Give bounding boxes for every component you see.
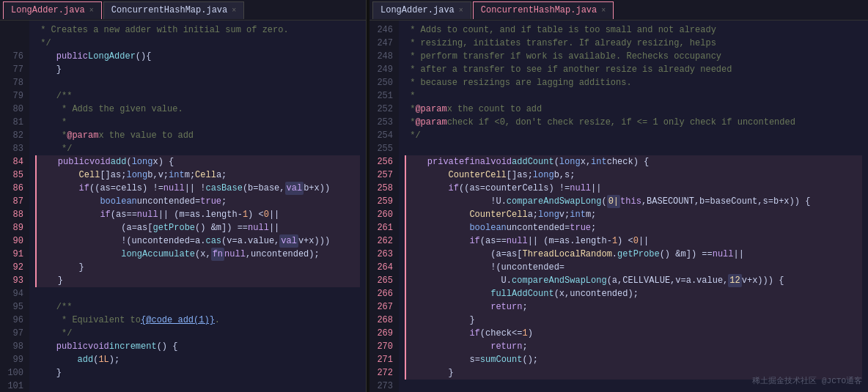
- tab-label: ConcurrentHashMap.java: [481, 5, 597, 15]
- code-line: s = sumCount();: [405, 353, 862, 366]
- code-line: }: [35, 261, 360, 274]
- code-line: (a = as[ThreadLocalRandom.getProbe() & m…: [405, 248, 862, 261]
- code-line: if (check <= 1): [405, 327, 862, 340]
- code-line: fullAddCount(x, uncontended);: [405, 287, 862, 300]
- code-line: (a = as[getProbe() & m]) == null ||: [35, 221, 360, 234]
- close-icon[interactable]: ×: [459, 7, 463, 15]
- code-line: * because resizings are lagging addition…: [405, 76, 862, 89]
- right-code-content: * Adds to count, and if table is too sma…: [399, 21, 868, 392]
- code-line: * Adds to count, and if table is too sma…: [405, 23, 862, 37]
- left-line-numbers: 76 77 78 79 80 81 82 83 84 85 86 87 88 8…: [0, 21, 29, 392]
- tab-label: LongAdder.java: [380, 5, 455, 15]
- code-line: */: [35, 37, 360, 50]
- tab-longadder-right[interactable]: LongAdder.java ×: [372, 1, 471, 19]
- tab-concurrenthashmap-right[interactable]: ConcurrentHashMap.java ×: [473, 1, 614, 19]
- watermark: 稀土掘金技术社区 @JCTO通客: [752, 375, 862, 386]
- code-line: return;: [405, 340, 862, 353]
- right-code-area: 246 247 248 249 250 251 252 253 254 255 …: [369, 21, 868, 392]
- code-line: [405, 142, 862, 155]
- code-line: longAccumulate(x, fn null, uncontended);: [35, 248, 360, 261]
- code-line: Cell[] as; long b, v; int m; Cell a;: [35, 169, 360, 182]
- code-line: CounterCell[] as; long b, s;: [405, 169, 862, 182]
- code-line: */: [35, 142, 360, 155]
- code-line: if (as == null || (m = as.length - 1) < …: [35, 208, 360, 221]
- tab-label: LongAdder.java: [11, 5, 85, 15]
- code-line: * Adds the given value.: [35, 103, 360, 116]
- code-line: * perform transfer if work is available.…: [405, 50, 862, 63]
- code-line: *: [405, 89, 862, 103]
- code-line: [35, 380, 360, 392]
- code-line: }: [405, 314, 862, 327]
- close-icon[interactable]: ×: [601, 7, 606, 15]
- close-icon[interactable]: ×: [232, 7, 236, 15]
- code-line: boolean uncontended = true;: [35, 195, 360, 208]
- code-line: add(1L);: [35, 353, 360, 366]
- code-line: /**: [35, 89, 360, 103]
- code-line: public void increment() {: [35, 340, 360, 353]
- right-tab-bar: LongAdder.java × ConcurrentHashMap.java …: [369, 0, 868, 21]
- code-line: * resizing, initiates transfer. If alrea…: [405, 37, 862, 50]
- tab-label: ConcurrentHashMap.java: [111, 5, 227, 15]
- code-line: private final void addCount(long x, int …: [405, 155, 862, 169]
- code-line: !U.compareAndSwapLong(0| this, BASECOUNT…: [405, 195, 862, 208]
- editor-container: LongAdder.java × ConcurrentHashMap.java …: [0, 0, 868, 392]
- left-tab-bar: LongAdder.java × ConcurrentHashMap.java …: [0, 0, 366, 21]
- right-line-numbers: 246 247 248 249 250 251 252 253 254 255 …: [369, 21, 399, 392]
- left-code-area: 76 77 78 79 80 81 82 83 84 85 86 87 88 8…: [0, 21, 366, 392]
- code-line: if (as == null || (m = as.length - 1) < …: [405, 234, 862, 248]
- code-line: * @param check if <0, don't check resize…: [405, 116, 862, 129]
- code-line: public void add(long x) {: [35, 155, 360, 169]
- left-pane: LongAdder.java × ConcurrentHashMap.java …: [0, 0, 367, 392]
- close-icon[interactable]: ×: [89, 7, 94, 15]
- code-line: U.compareAndSwapLong(a, CELLVALUE, v = a…: [405, 274, 862, 287]
- code-line: * Creates a new adder with initial sum o…: [35, 23, 360, 37]
- code-line: !(uncontended =: [405, 261, 862, 274]
- code-line: /**: [35, 300, 360, 314]
- code-line: }: [35, 274, 360, 287]
- code-line: }: [35, 366, 360, 380]
- code-line: if ((as = counterCells) != null ||: [405, 182, 862, 195]
- code-line: [35, 76, 360, 89]
- code-line: * @param x the count to add: [405, 103, 862, 116]
- right-pane: LongAdder.java × ConcurrentHashMap.java …: [369, 0, 868, 392]
- code-line: return;: [405, 300, 862, 314]
- code-line: * after a transfer to see if another res…: [405, 63, 862, 76]
- code-line: */: [405, 129, 862, 142]
- code-line: if ((as = cells) != null || !casBase(b =…: [35, 182, 360, 195]
- code-line: }: [35, 63, 360, 76]
- tab-concurrenthashmap-left[interactable]: ConcurrentHashMap.java ×: [103, 1, 244, 19]
- code-line: * @param x the value to add: [35, 129, 360, 142]
- code-line: [35, 287, 360, 300]
- tab-longadder-left[interactable]: LongAdder.java ×: [3, 1, 102, 19]
- code-line: public LongAdder() {: [35, 50, 360, 63]
- code-line: CounterCell a; long v; int m;: [405, 208, 862, 221]
- code-line: *: [35, 116, 360, 129]
- code-line: boolean uncontended = true;: [405, 221, 862, 234]
- left-code-content: * Creates a new adder with initial sum o…: [29, 21, 366, 392]
- code-line: */: [35, 327, 360, 340]
- code-line: !(uncontended = a.cas(v = a.value, val v…: [35, 234, 360, 248]
- code-line: * Equivalent to {@code add(1)}.: [35, 314, 360, 327]
